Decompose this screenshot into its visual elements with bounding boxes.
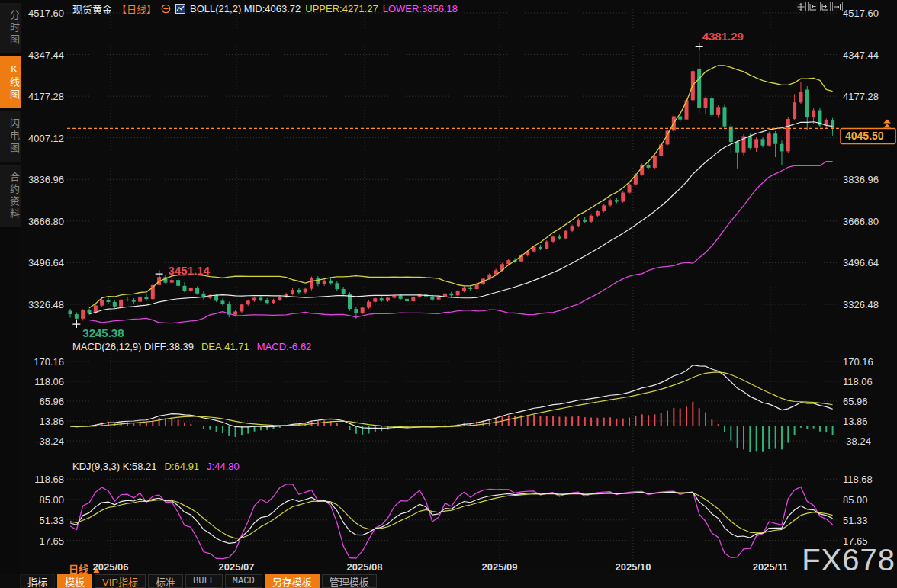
y-axis-label-left: 4517.60	[28, 8, 64, 19]
manage-templates-button[interactable]: 管理模板	[322, 574, 377, 588]
candle-body	[252, 298, 256, 301]
save-template-button[interactable]: 另存模板	[265, 574, 320, 588]
candle-body	[132, 300, 136, 302]
y-axis-label-right: 118.68	[843, 474, 873, 485]
candle-body	[354, 309, 358, 313]
price-annotation: 3451.14	[169, 264, 211, 277]
candle-body	[106, 300, 110, 302]
candle-body	[304, 289, 307, 293]
x-axis-date-label: 2025/06	[86, 561, 135, 573]
templates-button[interactable]: 模板	[57, 574, 92, 588]
x-axis-date-label: 2025/10	[609, 561, 657, 573]
y-axis-label-right: -38.24	[843, 435, 871, 447]
boll-upper-readout: UPPER:4271.27	[305, 3, 378, 14]
indicator-chart-icon[interactable]	[175, 4, 185, 14]
candle-body	[405, 299, 409, 301]
sidebar-tab-flash[interactable]: 闪电图	[0, 111, 21, 162]
y-axis-label-left: 118.06	[34, 376, 64, 387]
candle-body	[113, 302, 117, 307]
y-axis-label-right: 3666.80	[843, 216, 879, 227]
kdj-j-readout: J:44.80	[207, 461, 240, 472]
candle-body	[119, 300, 123, 307]
y-axis-label-left: 17.65	[39, 535, 64, 547]
standard-button[interactable]: 标准	[148, 574, 183, 588]
macd-dea-line	[70, 372, 833, 427]
shift-left-icon[interactable]	[808, 2, 818, 11]
y-axis-label-left: -38.24	[36, 435, 64, 447]
y-axis-label-left: 85.00	[39, 494, 64, 506]
pan-icon[interactable]	[796, 2, 806, 11]
shift-end-icon[interactable]	[832, 2, 843, 11]
candle-body	[628, 185, 632, 193]
candle-body	[468, 288, 472, 289]
chart-toolbar	[796, 2, 843, 11]
price-cross-marker	[72, 320, 80, 328]
y-axis-label-left: 3666.80	[28, 216, 64, 227]
chart-canvas[interactable]: 4517.604517.604347.444347.444177.284177.…	[0, 0, 897, 561]
candle-body	[361, 307, 365, 313]
x-axis-date-label: 2025/07	[212, 561, 261, 573]
candle-body	[246, 300, 250, 304]
candle-body	[704, 98, 708, 108]
candle-body	[754, 139, 758, 148]
y-axis-label-right: 118.06	[843, 376, 873, 387]
y-axis-label-left: 170.16	[34, 356, 64, 368]
macd-dea-readout: DEA:41.71	[201, 341, 249, 352]
link-circle-icon[interactable]	[161, 4, 171, 14]
kdj-k-line	[70, 492, 833, 543]
y-axis-label-right: 4177.28	[843, 91, 879, 102]
candle-body	[602, 205, 606, 211]
period-tag[interactable]: 【日线】	[117, 2, 156, 16]
candle-body	[799, 92, 802, 102]
indicators-button[interactable]: 指标	[20, 574, 55, 588]
y-axis-label-right: 51.33	[843, 515, 868, 526]
candle-body	[577, 220, 580, 226]
candle-body	[558, 236, 561, 238]
boll-lower-readout: LOWER:3856.18	[383, 3, 458, 14]
candle-body	[278, 297, 281, 300]
price-annotation: 4381.29	[702, 30, 744, 43]
candle-body	[87, 310, 91, 313]
candle-body	[583, 220, 587, 222]
vip-indicators-button[interactable]: VIP指标	[95, 574, 146, 588]
y-axis-label-right: 3836.96	[843, 174, 879, 185]
candle-body	[621, 193, 625, 202]
candle-body	[316, 278, 320, 284]
candle-body	[75, 314, 79, 319]
chart-app: 4517.604517.604347.444347.444177.284177.…	[0, 0, 897, 588]
shift-right-icon[interactable]	[820, 2, 831, 11]
candle-body	[189, 288, 193, 291]
bottom-toolbar: 指标 模板 VIP指标 标准 BULL MACD 另存模板 管理模板	[0, 574, 897, 588]
candle-body	[138, 297, 142, 302]
sidebar-tab-kline[interactable]: K线图	[0, 56, 21, 108]
sidebar: 分时图 K线图 闪电图 合约资料	[0, 0, 21, 588]
candle-body	[564, 231, 567, 239]
candle-body	[710, 98, 714, 115]
candle-body	[100, 300, 104, 305]
y-axis-label-right: 170.16	[843, 356, 873, 368]
candle-body	[297, 290, 301, 293]
candle-body	[182, 286, 186, 291]
candle-body	[456, 291, 460, 296]
y-axis-label-left: 51.33	[39, 515, 64, 526]
symbol-name: 现货黄金	[72, 2, 112, 16]
sidebar-tab-contract-info[interactable]: 合约资料	[0, 165, 21, 227]
y-axis-label-right: 3496.64	[843, 257, 879, 268]
candle-body	[373, 298, 377, 301]
macd-template-button[interactable]: MACD	[225, 574, 262, 588]
sidebar-tab-timeline[interactable]: 分时图	[0, 3, 21, 53]
candle-body	[437, 297, 441, 300]
candle-body	[831, 120, 834, 128]
y-axis-label-left: 4347.44	[28, 50, 64, 61]
bull-template-button[interactable]: BULL	[185, 574, 223, 588]
candle-body	[615, 200, 619, 201]
candle-body	[678, 117, 682, 120]
candle-body	[767, 133, 771, 145]
candle-body	[545, 242, 548, 249]
candle-body	[144, 297, 148, 299]
candle-body	[125, 300, 129, 300]
kdj-k-readout: KDJ(9,3,3) K:58.21	[72, 461, 157, 472]
y-axis-label-right: 3326.48	[843, 299, 879, 310]
candle-body	[259, 298, 262, 300]
candle-body	[722, 107, 726, 126]
